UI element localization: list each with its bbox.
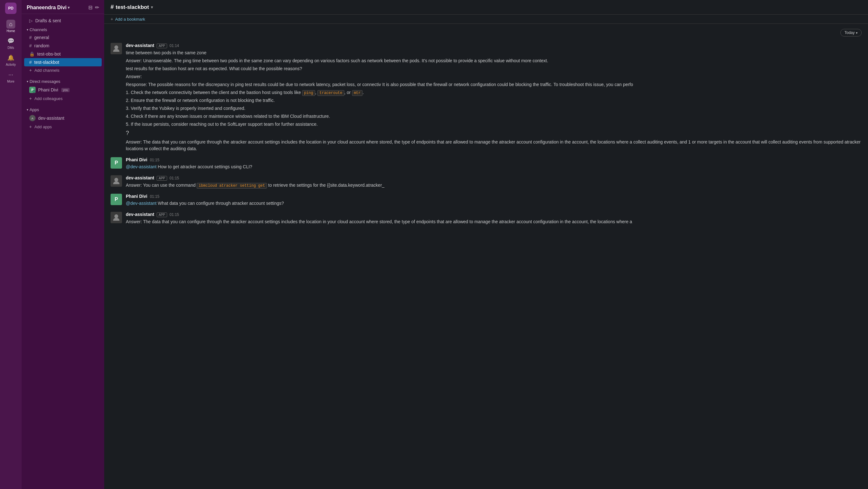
- msg1-author: dev-assistant: [126, 43, 154, 48]
- msg4-time: 01:15: [150, 194, 159, 199]
- sidebar-item-drafts[interactable]: ▷ Drafts & sent: [24, 17, 102, 25]
- more-icon: ···: [6, 70, 15, 79]
- code-ibmcloud: ibmcloud atracker setting get: [197, 183, 267, 189]
- sidebar-item-general[interactable]: # general: [24, 33, 102, 42]
- nav-activity[interactable]: 🔔 Activity: [0, 52, 22, 68]
- bookmark-bar: + Add a bookmark: [104, 14, 868, 24]
- msg3-time: 01:15: [170, 176, 179, 181]
- msg1-line10: 5. If the issue persists, consider reach…: [126, 121, 862, 128]
- sidebar-header: Phaneendra Divi ▾ ⊟ ✏: [22, 0, 104, 14]
- msg5-author: dev-assistant: [126, 212, 154, 217]
- icon-rail: PD ⌂ Home 💬 DMs 🔔 Activity ··· More: [0, 0, 22, 489]
- home-label: Home: [7, 29, 15, 33]
- phani-avatar-msg2: P: [111, 157, 122, 169]
- msg2-header: Phani Divi 01:15: [126, 157, 862, 162]
- filter-icon[interactable]: ⊟: [88, 4, 92, 10]
- hash-icon-active: #: [29, 60, 32, 65]
- msg3-app-badge: APP: [157, 176, 167, 181]
- sidebar-item-phani-divi[interactable]: P Phani Divi you: [24, 85, 102, 95]
- sidebar: Phaneendra Divi ▾ ⊟ ✏ ▷ Drafts & sent ▾ …: [22, 0, 104, 489]
- channels-arrow: ▾: [27, 28, 28, 31]
- main-content: # test-slackbot ▾ + Add a bookmark Today…: [104, 0, 868, 489]
- msg5-content: dev-assistant APP 01:15 Answer: The data…: [126, 212, 862, 226]
- msg1-question: ?: [126, 129, 862, 137]
- workspace-name[interactable]: Phaneendra Divi ▾: [27, 5, 69, 10]
- msg3-body: Answer: You can use the command ibmcloud…: [126, 182, 862, 189]
- msg1-line2: Answer: Unanswerable. The ping time betw…: [126, 58, 862, 64]
- msg5-body: Answer: The data that you can configure …: [126, 219, 862, 225]
- sidebar-item-random[interactable]: # random: [24, 42, 102, 50]
- channel-title[interactable]: # test-slackbot ▾: [111, 4, 153, 10]
- channels-section-header[interactable]: ▾ Channels: [22, 25, 104, 33]
- msg1-line8: 3. Verify that the Yubikey is properly i…: [126, 105, 862, 112]
- sidebar-item-test-obs-bot[interactable]: 🔒 test-obs-bot: [24, 50, 102, 58]
- msg3-header: dev-assistant APP 01:15: [126, 175, 862, 181]
- phani-avatar-msg4: P: [111, 194, 122, 205]
- msg4-header: Phani Divi 01:15: [126, 194, 862, 199]
- svg-point-5: [114, 178, 118, 182]
- msg2-content: Phani Divi 01:15 @dev-assistant How to g…: [126, 157, 862, 171]
- apps-section-header[interactable]: ▾ Apps: [22, 105, 104, 113]
- nav-more[interactable]: ··· More: [0, 68, 22, 85]
- home-icon: ⌂: [6, 20, 15, 29]
- sidebar-item-dev-assistant[interactable]: A dev-assistant: [24, 113, 102, 123]
- today-button[interactable]: Today ▾: [840, 29, 862, 36]
- msg1-header: dev-assistant APP 01:14: [126, 43, 862, 48]
- activity-label: Activity: [6, 63, 16, 66]
- msg1-time: 01:14: [170, 43, 179, 48]
- msg3-author: dev-assistant: [126, 175, 154, 181]
- msg2-text: @dev-assistant How to get atracker accou…: [126, 164, 862, 170]
- today-arrow: ▾: [856, 31, 858, 35]
- code-traceroute: traceroute: [317, 90, 344, 96]
- nav-home[interactable]: ⌂ Home: [0, 18, 22, 35]
- code-ping: ping: [302, 90, 315, 96]
- add-apps-item[interactable]: + Add apps: [24, 123, 102, 131]
- workspace-avatar[interactable]: PD: [5, 3, 17, 14]
- dms-section-header[interactable]: ▾ Direct messages: [22, 76, 104, 85]
- dev-assistant-avatar: A: [29, 115, 36, 121]
- message-group-1: dev-assistant APP 01:14 time between two…: [111, 43, 862, 153]
- channel-name: test-slackbot: [116, 4, 149, 10]
- dms-icon: 💬: [6, 36, 15, 45]
- msg4-body: @dev-assistant What data you can configu…: [126, 200, 862, 207]
- lock-icon: 🔒: [29, 52, 35, 57]
- msg1-line11: Answer: The data that you can configure …: [126, 139, 862, 152]
- msg3-text: Answer: You can use the command ibmcloud…: [126, 182, 862, 189]
- msg2-author: Phani Divi: [126, 157, 148, 162]
- add-channels-item[interactable]: + Add channels: [24, 66, 102, 74]
- msg1-line5: Response: The possible reasons for the d…: [126, 81, 862, 88]
- plus-icon-channels: +: [29, 68, 32, 73]
- msg1-line7: 2. Ensure that the firewall or network c…: [126, 97, 862, 104]
- message-group-2: P Phani Divi 01:15 @dev-assistant How to…: [111, 157, 862, 171]
- channel-chevron: ▾: [151, 5, 153, 9]
- sidebar-item-test-slackbot[interactable]: # test-slackbot: [24, 58, 102, 66]
- apps-arrow: ▾: [27, 108, 28, 111]
- channel-header: # test-slackbot ▾: [104, 0, 868, 14]
- add-bookmark-link[interactable]: Add a bookmark: [115, 17, 145, 22]
- msg4-text: @dev-assistant What data you can configu…: [126, 200, 862, 207]
- phani-avatar-wrapper: P: [29, 87, 36, 93]
- mention-link-2[interactable]: @dev-assistant: [126, 164, 157, 169]
- workspace-chevron: ▾: [68, 5, 69, 10]
- msg4-author: Phani Divi: [126, 194, 148, 199]
- mention-link-4[interactable]: @dev-assistant: [126, 201, 157, 206]
- dms-arrow: ▾: [27, 80, 28, 83]
- plus-icon-colleagues: +: [29, 96, 32, 101]
- dev-assistant-avatar-msg3: [111, 175, 122, 187]
- message-group-4: P Phani Divi 01:15 @dev-assistant What d…: [111, 194, 862, 208]
- drafts-icon: ▷: [29, 18, 33, 23]
- msg1-content: dev-assistant APP 01:14 time between two…: [126, 43, 862, 153]
- msg1-line4: Answer:: [126, 73, 862, 80]
- add-colleagues-item[interactable]: + Add colleagues: [24, 95, 102, 102]
- compose-icon[interactable]: ✏: [95, 4, 99, 10]
- msg5-text: Answer: The data that you can configure …: [126, 219, 862, 225]
- msg4-content: Phani Divi 01:15 @dev-assistant What dat…: [126, 194, 862, 208]
- msg2-time: 01:15: [150, 158, 159, 162]
- msg1-line9: 4. Check if there are any known issues o…: [126, 113, 862, 120]
- msg2-body: @dev-assistant How to get atracker accou…: [126, 164, 862, 170]
- dev-assistant-avatar-msg5: [111, 212, 122, 223]
- you-badge: you: [61, 88, 69, 92]
- msg5-app-badge: APP: [157, 213, 167, 217]
- nav-dms[interactable]: 💬 DMs: [0, 35, 22, 52]
- dms-label: DMs: [8, 46, 14, 50]
